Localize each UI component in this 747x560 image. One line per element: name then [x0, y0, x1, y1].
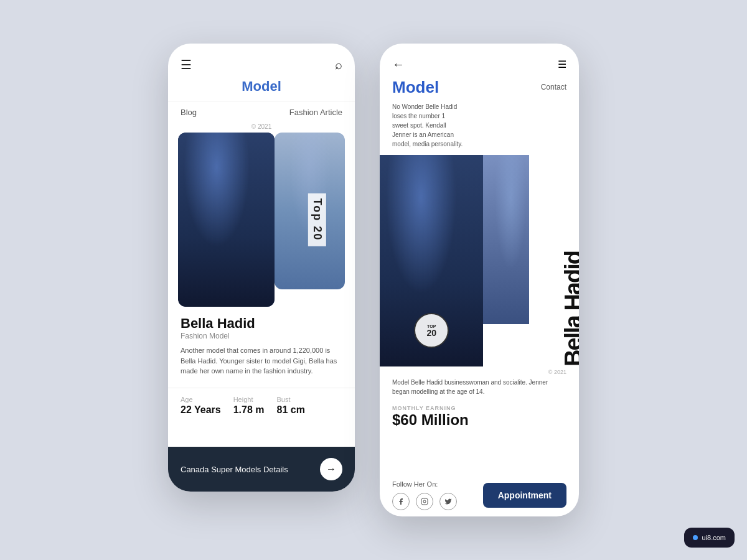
- top20-label: Top 20: [308, 194, 326, 246]
- twitter-icon[interactable]: [439, 493, 457, 510]
- left-copyright: © 2021: [168, 123, 355, 130]
- earning-value: $60 Million: [392, 411, 566, 429]
- watermark: ui8.com: [684, 528, 735, 548]
- right-copyright: © 2021: [380, 366, 579, 375]
- top20-circle: TOP 20: [414, 313, 449, 348]
- bust-label: Bust: [276, 396, 304, 403]
- right-main-photo: TOP 20: [380, 155, 483, 366]
- right-header: ← ☰: [380, 44, 579, 78]
- left-phone: ☰ ⌕ Model Blog Fashion Article © 2021 To…: [168, 44, 355, 492]
- earning-label: MONTHLY EARNING: [392, 405, 566, 411]
- search-icon[interactable]: ⌕: [335, 58, 342, 72]
- social-icons: [392, 493, 457, 510]
- bottom-bar-text: Canada Super Models Details: [181, 465, 288, 474]
- right-phone: ← ☰ Model Contact No Wonder Belle Hadid …: [380, 44, 579, 516]
- model-bio: Model Belle Hadid businesswoman and soci…: [380, 375, 579, 400]
- right-content-grid: TOP 20 Bella Hadid: [380, 155, 579, 366]
- back-icon[interactable]: ←: [392, 57, 405, 72]
- right-side-photo: [483, 155, 529, 324]
- height-value: 1.78 m: [233, 404, 265, 416]
- stat-age: Age 22 Years: [181, 396, 221, 416]
- appointment-button[interactable]: Appointment: [483, 483, 566, 508]
- age-value: 22 Years: [181, 404, 221, 416]
- left-model-figure: [178, 133, 275, 307]
- earning-section: MONTHLY EARNING $60 Million: [380, 400, 579, 434]
- stat-height: Height 1.78 m: [233, 396, 265, 416]
- right-menu-icon[interactable]: ☰: [558, 58, 566, 70]
- right-vertical-name: Bella Hadid: [561, 251, 579, 366]
- height-label: Height: [233, 396, 265, 403]
- left-nav: Blog Fashion Article: [168, 101, 355, 123]
- left-title: Model: [168, 78, 355, 101]
- top-number: 20: [426, 329, 436, 337]
- left-header: ☰ ⌕: [168, 44, 355, 78]
- model-name: Bella Hadid: [181, 315, 342, 332]
- bottom-bar[interactable]: Canada Super Models Details →: [168, 447, 355, 492]
- arrow-button[interactable]: →: [320, 458, 342, 480]
- instagram-icon[interactable]: [416, 493, 433, 510]
- right-title-row: Model Contact: [380, 78, 579, 102]
- facebook-icon[interactable]: [392, 493, 410, 510]
- left-images: Top 20: [178, 133, 345, 307]
- svg-rect-0: [421, 498, 428, 505]
- age-label: Age: [181, 396, 221, 403]
- watermark-text: ui8.com: [702, 534, 726, 541]
- bust-value: 81 cm: [276, 404, 304, 416]
- model-info: Bella Hadid Fashion Model Another model …: [168, 307, 355, 388]
- main-photo: [178, 133, 275, 307]
- nav-blog[interactable]: Blog: [181, 108, 197, 117]
- right-title: Model: [392, 78, 439, 97]
- app-container: ☰ ⌕ Model Blog Fashion Article © 2021 To…: [118, 6, 629, 554]
- right-desc: No Wonder Belle Hadid loses the number 1…: [380, 102, 476, 155]
- follow-label: Follow Her On:: [392, 480, 457, 488]
- model-desc: Another model that comes in around 1,220…: [181, 345, 342, 376]
- model-type: Fashion Model: [181, 332, 342, 340]
- menu-icon[interactable]: ☰: [181, 57, 192, 72]
- stat-bust: Bust 81 cm: [276, 396, 304, 416]
- stats-row: Age 22 Years Height 1.78 m Bust 81 cm: [168, 388, 355, 423]
- footer-section: Follow Her On: Appointment: [380, 474, 579, 516]
- watermark-dot: [693, 535, 698, 540]
- follow-section: Follow Her On:: [392, 480, 457, 510]
- nav-fashion[interactable]: Fashion Article: [289, 108, 342, 117]
- contact-link[interactable]: Contact: [541, 83, 566, 91]
